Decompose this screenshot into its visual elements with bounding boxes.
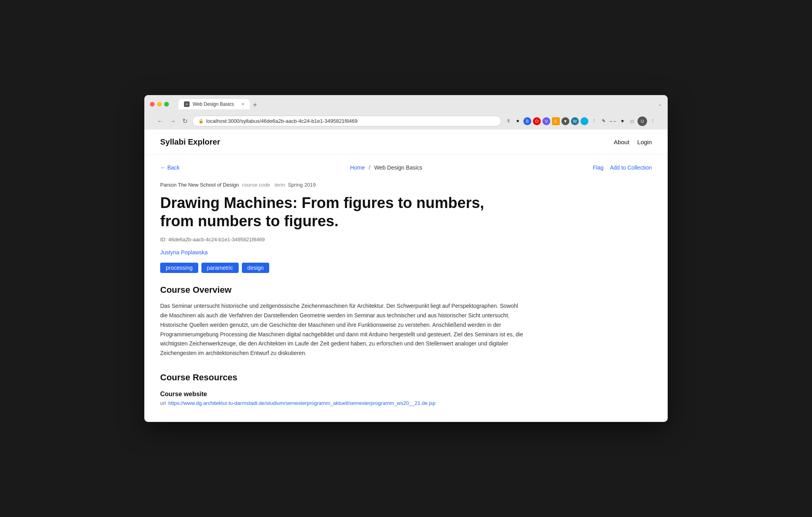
menu-icon[interactable]: ⋮ bbox=[649, 117, 657, 125]
breadcrumb-home[interactable]: Home bbox=[350, 164, 365, 171]
back-nav-button[interactable]: ← bbox=[155, 117, 165, 126]
add-to-collection-link[interactable]: Add to Collection bbox=[610, 164, 652, 171]
course-meta: Parson The New School of Design course c… bbox=[160, 182, 652, 188]
ext-2[interactable]: O bbox=[533, 117, 541, 125]
breadcrumb-current: Web Design Basics bbox=[374, 164, 422, 171]
id-value: 46de6a2b-aacb-4c24-b1e1-3495821f8469 bbox=[168, 237, 265, 242]
ext-7[interactable]: 🌐 bbox=[580, 117, 588, 125]
forward-nav-button[interactable]: → bbox=[168, 117, 178, 126]
browser-toolbar: ← → ↻ 🔒 localhost:3000/syllabus/46de6a2b… bbox=[150, 113, 662, 130]
flag-link[interactable]: Flag bbox=[593, 164, 603, 171]
new-tab-button[interactable]: + bbox=[250, 101, 260, 109]
maximize-button[interactable] bbox=[164, 102, 169, 107]
course-code-label: course code bbox=[242, 182, 270, 188]
browser-tab[interactable]: A Web Design Basics × bbox=[178, 99, 250, 109]
ext-4[interactable]: K bbox=[552, 117, 560, 125]
close-button[interactable] bbox=[150, 102, 155, 107]
ext-sidebar[interactable]: □ bbox=[628, 117, 636, 125]
ext-1[interactable]: B bbox=[523, 117, 531, 125]
ext-10[interactable]: →← bbox=[609, 117, 617, 125]
lock-icon: 🔒 bbox=[198, 118, 204, 124]
resource-url-row: url https://www.dg.architektur.tu-darmst… bbox=[160, 400, 652, 406]
header-actions: Flag Add to Collection bbox=[593, 164, 652, 171]
bookmark-icon[interactable]: ★ bbox=[514, 117, 522, 125]
breadcrumb-row: ← Back Home / Web Design Basics Flag Add… bbox=[160, 164, 652, 171]
browser-extensions: ⇧ ★ B O V K ▼ W 🌐 ⋮ ✎ →← ★ □ U ⋮ bbox=[504, 116, 657, 126]
ext-6[interactable]: W bbox=[571, 117, 579, 125]
tag-parametric[interactable]: parametric bbox=[201, 263, 239, 273]
course-id: ID: 46de6a2b-aacb-4c24-b1e1-3495821f8469 bbox=[160, 237, 652, 242]
url-bar[interactable]: 🔒 localhost:3000/syllabus/46de6a2b-aacb-… bbox=[192, 116, 501, 126]
url-text: localhost:3000/syllabus/46de6a2b-aacb-4c… bbox=[206, 118, 358, 124]
tab-favicon: A bbox=[184, 101, 190, 107]
breadcrumb-separator: / bbox=[369, 164, 370, 171]
tab-label: Web Design Basics bbox=[193, 101, 234, 107]
main-content: ← Back Home / Web Design Basics Flag Add… bbox=[144, 155, 668, 422]
tabs-row: A Web Design Basics × + bbox=[178, 99, 655, 109]
term-label: term bbox=[275, 182, 285, 188]
back-link[interactable]: ← Back bbox=[160, 164, 180, 171]
traffic-lights bbox=[150, 102, 169, 107]
resources-title: Course Resources bbox=[160, 372, 652, 383]
institution-name: Parson The New School of Design bbox=[160, 182, 239, 188]
ext-9[interactable]: ✎ bbox=[599, 117, 607, 125]
login-link[interactable]: Login bbox=[637, 139, 652, 145]
resource-url-link[interactable]: https://www.dg.architektur.tu-darmstadt.… bbox=[168, 400, 435, 406]
minimize-button[interactable] bbox=[157, 102, 162, 107]
overview-title: Course Overview bbox=[160, 285, 652, 295]
resources-section: Course Resources Course website url http… bbox=[160, 372, 652, 406]
instructor-link[interactable]: Justyna Poplawska bbox=[160, 249, 208, 256]
window-controls-area: ⌄ bbox=[658, 101, 662, 107]
ext-5[interactable]: ▼ bbox=[561, 117, 569, 125]
tab-close-button[interactable]: × bbox=[241, 101, 244, 107]
tag-processing[interactable]: processing bbox=[160, 263, 198, 273]
overview-body: Das Seminar untersucht historische und z… bbox=[160, 301, 525, 358]
resource-item: Course website url https://www.dg.archit… bbox=[160, 391, 652, 406]
browser-controls: A Web Design Basics × + ⌄ bbox=[150, 99, 662, 109]
tag-design[interactable]: design bbox=[242, 263, 269, 273]
refresh-button[interactable]: ↻ bbox=[181, 116, 189, 126]
page-content: Syllabi Explorer About Login ← Back Home… bbox=[144, 130, 668, 422]
share-icon[interactable]: ⇧ bbox=[504, 117, 512, 125]
site-header: Syllabi Explorer About Login bbox=[144, 130, 668, 155]
term-value: Spring 2019 bbox=[288, 182, 316, 188]
ext-star[interactable]: ★ bbox=[619, 117, 626, 125]
site-nav: About Login bbox=[614, 139, 652, 145]
browser-window: A Web Design Basics × + ⌄ ← → ↻ 🔒 localh… bbox=[144, 95, 668, 422]
tags-container: processing parametric design bbox=[160, 263, 652, 273]
resource-item-title: Course website bbox=[160, 391, 652, 398]
breadcrumb: Home / Web Design Basics bbox=[350, 164, 422, 171]
about-link[interactable]: About bbox=[614, 139, 629, 145]
overview-section: Course Overview Das Seminar untersucht h… bbox=[160, 285, 652, 358]
site-logo: Syllabi Explorer bbox=[160, 137, 220, 147]
browser-titlebar: A Web Design Basics × + ⌄ ← → ↻ 🔒 localh… bbox=[144, 95, 668, 130]
id-label: ID: bbox=[160, 237, 167, 242]
ext-8[interactable]: ⋮ bbox=[590, 117, 598, 125]
user-avatar[interactable]: U bbox=[638, 116, 647, 126]
url-label: url bbox=[160, 400, 166, 406]
ext-3[interactable]: V bbox=[542, 117, 550, 125]
course-title: Drawing Machines: From figures to number… bbox=[160, 194, 501, 230]
